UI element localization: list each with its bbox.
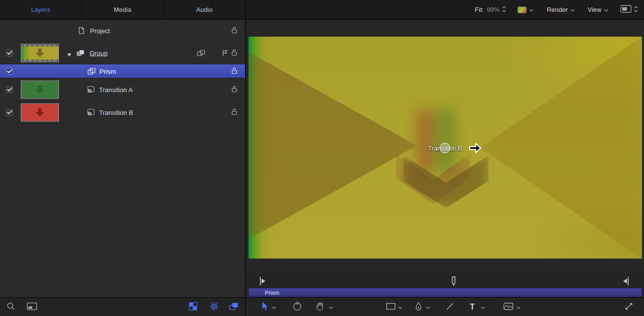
adjust-item-tool-icon[interactable] — [292, 302, 302, 313]
line-tool-icon[interactable] — [446, 302, 454, 312]
render-menu[interactable]: Render — [546, 6, 568, 13]
display-stepper[interactable] — [634, 5, 638, 14]
document-icon — [78, 27, 85, 36]
layers-stack-icon[interactable] — [229, 302, 239, 312]
lock-icon[interactable] — [231, 108, 238, 116]
group-icon — [76, 50, 85, 58]
gear-icon[interactable] — [209, 302, 219, 313]
in-point-marker[interactable] — [259, 276, 266, 287]
zoom-value: 99% — [487, 6, 499, 13]
pan-hand-tool-icon[interactable] — [316, 302, 325, 313]
out-point-marker[interactable] — [622, 276, 629, 287]
lock-icon[interactable] — [231, 85, 238, 94]
timeline-layer-bar[interactable]: Prism — [248, 288, 642, 297]
panel-tabbar: Layers Media Audio — [0, 0, 245, 20]
chevron-down-icon[interactable] — [529, 6, 534, 13]
blurred-triangle-right — [480, 37, 642, 259]
canvas-toolbar: Fit: 99% Render View — [246, 0, 644, 20]
lock-icon[interactable] — [231, 49, 238, 57]
activation-checkbox[interactable] — [6, 86, 13, 93]
blurred-arrow-stem-green — [435, 109, 455, 172]
chevron-down-icon[interactable] — [398, 303, 402, 311]
layer-row-prism[interactable]: Prism — [0, 64, 245, 78]
text-tool-icon[interactable]: T — [470, 302, 475, 312]
tab-audio[interactable]: Audio — [164, 0, 245, 19]
search-icon[interactable] — [6, 302, 15, 312]
playhead-marker[interactable] — [450, 276, 457, 288]
media-clip-icon — [87, 86, 95, 95]
isolate-icon[interactable] — [197, 50, 205, 58]
chevron-down-icon[interactable] — [481, 303, 485, 311]
display-layout-icon[interactable] — [620, 5, 632, 14]
group-label[interactable]: Group — [90, 49, 107, 56]
chevron-down-icon[interactable] — [426, 303, 430, 311]
activation-checkbox[interactable] — [6, 109, 13, 116]
transition-b-label[interactable]: Transition B — [99, 108, 133, 116]
chevron-down-icon[interactable] — [516, 303, 521, 311]
timeline-bar-label: Prism — [265, 290, 279, 296]
blurred-arrow-stem-red — [417, 110, 435, 171]
view-menu[interactable]: View — [588, 6, 601, 13]
tab-layers[interactable]: Layers — [0, 0, 82, 19]
transition-b-thumbnail[interactable] — [21, 103, 59, 121]
flag-icon[interactable] — [222, 50, 228, 58]
preview-toggle-icon[interactable] — [27, 302, 37, 312]
lock-icon[interactable] — [231, 67, 238, 75]
canvas-viewport[interactable]: Transition B — [248, 37, 642, 259]
activation-checkbox[interactable] — [6, 50, 13, 56]
disclosure-triangle-icon[interactable] — [67, 51, 72, 58]
chevron-down-icon[interactable] — [272, 303, 276, 311]
select-tool-icon[interactable] — [261, 301, 268, 313]
layer-row-transition-b[interactable]: Transition B — [0, 101, 245, 124]
lock-icon[interactable] — [231, 26, 238, 35]
tab-media[interactable]: Media — [82, 0, 163, 19]
rectangle-tool-icon[interactable] — [386, 303, 396, 311]
layer-row-transition-a[interactable]: Transition A — [0, 78, 245, 101]
motion-window: { "colors": { "accent_blue": "#4b7df5", … — [0, 0, 644, 316]
zoom-stepper[interactable] — [502, 5, 506, 14]
layer-row-group[interactable]: Group — [0, 42, 245, 64]
chevron-down-icon[interactable] — [604, 6, 608, 13]
transition-a-label[interactable]: Transition A — [99, 86, 133, 93]
mini-timeline-ruler[interactable] — [246, 274, 644, 288]
fit-label: Fit: — [475, 6, 484, 13]
blurred-triangle-left — [248, 45, 417, 247]
bezier-pen-tool-icon[interactable] — [415, 302, 422, 312]
transition-a-thumbnail[interactable] — [21, 80, 59, 99]
direction-arrow-pointer[interactable] — [468, 141, 482, 157]
group-thumbnail[interactable] — [21, 44, 59, 62]
project-row[interactable]: Project — [0, 20, 245, 42]
chevron-down-icon[interactable] — [329, 303, 333, 311]
transparency-checkerboard-icon[interactable] — [189, 302, 198, 312]
media-clip-icon — [87, 108, 95, 117]
transform-handle[interactable] — [440, 143, 450, 154]
prism-filter-icon — [88, 68, 96, 76]
prism-label[interactable]: Prism — [99, 67, 116, 75]
activation-checkbox[interactable] — [6, 68, 13, 75]
project-label: Project — [90, 27, 110, 34]
canvas-area: Fit: 99% Render View Transition B — [246, 0, 644, 316]
canvas-tools-toolbar: T — [246, 297, 644, 316]
chevron-down-icon[interactable] — [570, 6, 575, 13]
layers-panel-toolbar — [0, 297, 245, 316]
color-channels-swatch[interactable] — [517, 6, 527, 13]
expand-fullscreen-icon[interactable] — [625, 302, 633, 312]
shape-mask-tool-icon[interactable] — [503, 303, 513, 312]
layers-panel: Layers Media Audio Project Group — [0, 0, 246, 316]
